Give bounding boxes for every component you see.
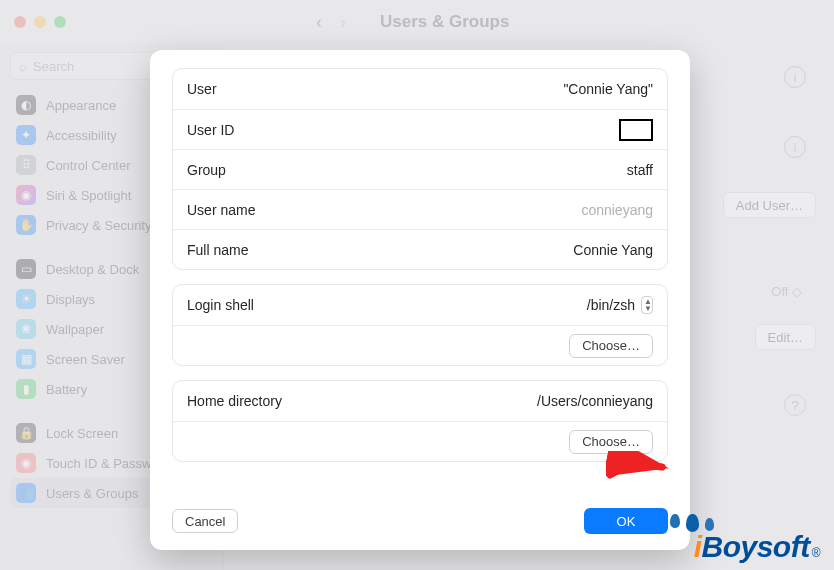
watermark: iBoysoft® bbox=[694, 530, 820, 564]
sidebar-icon: 🔒 bbox=[16, 423, 36, 443]
sidebar-icon: ⠿ bbox=[16, 155, 36, 175]
home-directory-value: /Users/connieyang bbox=[537, 393, 653, 409]
minimize-icon[interactable] bbox=[34, 16, 46, 28]
sidebar-icon: ▮ bbox=[16, 379, 36, 399]
choose-home-directory-button[interactable]: Choose… bbox=[569, 430, 653, 454]
sidebar-icon: ✦ bbox=[16, 125, 36, 145]
sidebar-icon: ☀ bbox=[16, 289, 36, 309]
chevron-up-down-icon: ▲▼ bbox=[641, 296, 653, 314]
help-icon[interactable]: ? bbox=[784, 394, 806, 416]
login-shell-label: Login shell bbox=[187, 297, 254, 313]
choose-shell-button[interactable]: Choose… bbox=[569, 334, 653, 358]
sidebar-item-label: Lock Screen bbox=[46, 426, 118, 441]
sidebar-item-label: Users & Groups bbox=[46, 486, 138, 501]
zoom-icon[interactable] bbox=[54, 16, 66, 28]
sidebar-icon: ▦ bbox=[16, 349, 36, 369]
sidebar-icon: ◉ bbox=[16, 185, 36, 205]
sidebar-icon: ◐ bbox=[16, 95, 36, 115]
sidebar-item-label: Control Center bbox=[46, 158, 131, 173]
sidebar-icon: ❀ bbox=[16, 319, 36, 339]
sidebar-item-label: Privacy & Security bbox=[46, 218, 151, 233]
page-title: Users & Groups bbox=[380, 12, 509, 32]
group-value: staff bbox=[627, 162, 653, 178]
ok-button[interactable]: OK bbox=[584, 508, 668, 534]
login-shell-select[interactable]: /bin/zsh ▲▼ bbox=[587, 296, 653, 314]
info-icon[interactable]: i bbox=[784, 136, 806, 158]
home-directory-label: Home directory bbox=[187, 393, 282, 409]
traffic-lights bbox=[14, 16, 66, 28]
user-info-panel: User "Connie Yang" User ID Group staff U… bbox=[172, 68, 668, 270]
group-label: Group bbox=[187, 162, 226, 178]
close-icon[interactable] bbox=[14, 16, 26, 28]
sidebar-icon: ◉ bbox=[16, 453, 36, 473]
annotation-arrow-icon bbox=[606, 451, 670, 485]
user-value: "Connie Yang" bbox=[563, 81, 653, 97]
sidebar-item-label: Siri & Spotlight bbox=[46, 188, 131, 203]
sidebar-icon: ▭ bbox=[16, 259, 36, 279]
cancel-button[interactable]: Cancel bbox=[172, 509, 238, 533]
home-directory-panel: Home directory /Users/connieyang Choose… bbox=[172, 380, 668, 462]
sidebar-item-label: Displays bbox=[46, 292, 95, 307]
info-icon[interactable]: i bbox=[784, 66, 806, 88]
search-icon: ⌕ bbox=[19, 59, 27, 74]
add-user-button[interactable]: Add User… bbox=[723, 192, 816, 218]
sidebar-item-label: Accessibility bbox=[46, 128, 117, 143]
full-name-label: Full name bbox=[187, 242, 248, 258]
titlebar: ‹ › Users & Groups bbox=[0, 0, 834, 44]
sidebar-item-label: Wallpaper bbox=[46, 322, 104, 337]
user-name-value: connieyang bbox=[581, 202, 653, 218]
user-id-label: User ID bbox=[187, 122, 234, 138]
sidebar-item-label: Appearance bbox=[46, 98, 116, 113]
edit-button[interactable]: Edit… bbox=[755, 324, 816, 350]
off-indicator: Off ◇ bbox=[771, 284, 802, 299]
user-id-field[interactable] bbox=[619, 119, 653, 141]
back-button[interactable]: ‹ bbox=[316, 12, 322, 33]
sidebar-icon: 👥 bbox=[16, 483, 36, 503]
forward-button[interactable]: › bbox=[340, 12, 346, 33]
full-name-value[interactable]: Connie Yang bbox=[573, 242, 653, 258]
search-placeholder: Search bbox=[33, 59, 74, 74]
login-shell-panel: Login shell /bin/zsh ▲▼ Choose… bbox=[172, 284, 668, 366]
user-label: User bbox=[187, 81, 217, 97]
sidebar-icon: ✋ bbox=[16, 215, 36, 235]
sidebar-item-label: Screen Saver bbox=[46, 352, 125, 367]
sidebar-item-label: Battery bbox=[46, 382, 87, 397]
sidebar-item-label: Desktop & Dock bbox=[46, 262, 139, 277]
user-name-label: User name bbox=[187, 202, 255, 218]
